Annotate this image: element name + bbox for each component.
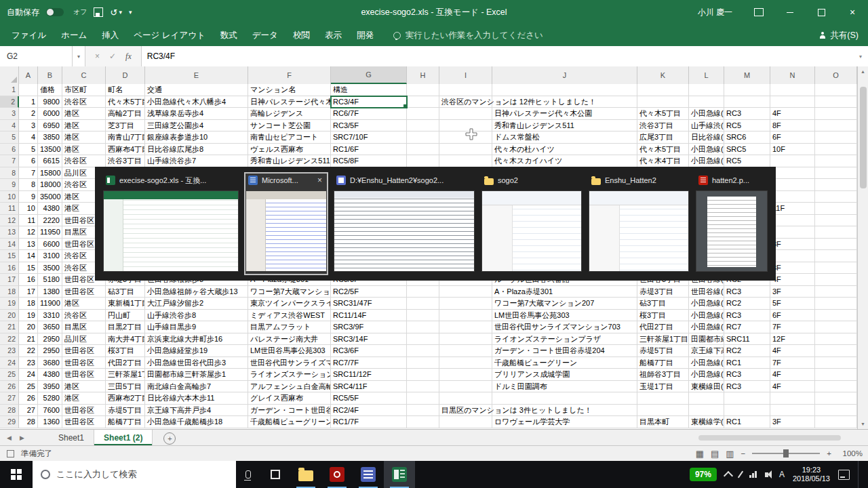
cell-L3[interactable]: 小田急線( <box>689 108 724 120</box>
network-icon[interactable] <box>749 471 757 478</box>
ribbon-tab-5[interactable]: データ <box>245 24 285 46</box>
cell-J4[interactable]: 秀和青山レジデンス511 <box>492 120 637 132</box>
cell-D23[interactable]: 桜3丁目 <box>106 345 145 357</box>
cell-N17[interactable]: 4F <box>770 274 815 286</box>
cell-G28[interactable]: RC2/4F <box>331 405 407 417</box>
cell-B9[interactable]: 18000 <box>38 179 62 191</box>
cell-C21[interactable]: 目黒区 <box>62 321 106 333</box>
cell-L24[interactable]: 小田急線( <box>689 357 724 369</box>
cell-E7[interactable]: 山手線渋谷歩7 <box>145 155 248 167</box>
cell-G18[interactable]: RC2/5F <box>331 286 407 298</box>
cell-J1[interactable] <box>492 84 637 96</box>
cell-O10[interactable] <box>815 191 857 203</box>
cell-N19[interactable]: 5F <box>770 298 815 310</box>
sheet-tab-0[interactable]: Sheet1 <box>49 430 94 445</box>
cell-I4[interactable] <box>439 120 492 132</box>
close-button[interactable]: × <box>837 0 868 24</box>
taskbar-thumbnail-3[interactable]: sogo2 <box>481 174 582 274</box>
cell-A5[interactable]: 4 <box>19 131 38 144</box>
cell-H20[interactable] <box>407 310 439 322</box>
cell-D22[interactable]: 南大井4丁目 <box>106 333 145 346</box>
cell-D3[interactable]: 高輪2丁目 <box>106 108 145 120</box>
cell-L18[interactable]: 世田谷線( <box>689 286 724 298</box>
cell-K27[interactable] <box>637 392 689 405</box>
cell-N7[interactable] <box>770 155 815 167</box>
cell-J26[interactable]: ドルミ田園調布 <box>492 381 637 393</box>
cell-E20[interactable]: 山手線渋谷歩8 <box>145 310 248 322</box>
cell-E27[interactable]: 日比谷線六本木歩11 <box>145 392 248 405</box>
cell-J3[interactable]: 日神パレステージ代々木公園 <box>492 108 637 120</box>
cell-L4[interactable]: 山手線渋( <box>689 120 724 132</box>
cell-K4[interactable]: 渋谷3丁目 <box>637 120 689 132</box>
cell-M7[interactable]: RC5 <box>724 155 770 167</box>
ribbon-tab-3[interactable]: ページ レイアウト <box>126 24 213 46</box>
cell-K3[interactable]: 代々木5丁目 <box>637 108 689 120</box>
zoom-slider-handle[interactable] <box>783 449 789 458</box>
cell-M29[interactable]: RC1 <box>724 416 770 428</box>
cell-L6[interactable]: 小田急線( <box>689 144 724 156</box>
cell-M28[interactable] <box>724 405 770 417</box>
cell-N3[interactable]: 4F <box>770 108 815 120</box>
share-button[interactable]: 共有(S) <box>819 30 859 41</box>
cell-I6[interactable] <box>439 144 492 156</box>
cell-O14[interactable] <box>815 239 857 251</box>
column-header-E[interactable]: E <box>145 66 248 84</box>
row-header-14[interactable]: 14 <box>0 239 19 251</box>
cell-G26[interactable]: SRC4/11F <box>331 381 407 393</box>
cell-M18[interactable]: RC3 <box>724 286 770 298</box>
row-header-5[interactable]: 5 <box>0 131 19 144</box>
normal-view-icon[interactable]: ▦ <box>696 449 704 459</box>
cell-E3[interactable]: 浅草線泉岳寺歩4 <box>145 108 248 120</box>
cell-L26[interactable]: 東横線田( <box>689 381 724 393</box>
cell-K22[interactable]: 三軒茶屋1丁目 <box>637 333 689 346</box>
enter-formula-icon[interactable]: ✓ <box>109 52 116 61</box>
tell-me-box[interactable]: 実行したい作業を入力してください <box>393 30 543 41</box>
cell-O29[interactable] <box>815 416 857 428</box>
cell-H26[interactable] <box>407 381 439 393</box>
cell-C3[interactable]: 港区 <box>62 108 106 120</box>
cell-J18[interactable]: A・Plaza赤堤301 <box>492 286 637 298</box>
sheet-nav-next-icon[interactable]: ▶ <box>20 434 24 441</box>
cell-B19[interactable]: 11900 <box>38 298 62 310</box>
cell-O24[interactable] <box>815 357 857 369</box>
cell-A11[interactable]: 10 <box>19 203 38 215</box>
cell-K29[interactable]: 目黒本町 <box>637 416 689 428</box>
taskbar-excel-button[interactable] <box>384 461 415 488</box>
cell-F28[interactable]: ガーデン・コート世田谷赤堤204 <box>248 405 331 417</box>
cell-N23[interactable]: 4F <box>770 345 815 357</box>
cell-K25[interactable]: 祖師谷3丁目 <box>637 369 689 381</box>
cell-D6[interactable]: 西麻布4丁目 <box>106 144 145 156</box>
row-header-11[interactable]: 11 <box>0 203 19 215</box>
cell-C25[interactable]: 世田谷区 <box>62 369 106 381</box>
cell-E26[interactable]: 南北線白金高輪歩7 <box>145 381 248 393</box>
cell-G6[interactable]: RC1/6F <box>331 144 407 156</box>
cell-D1[interactable]: 町名 <box>106 84 145 96</box>
cell-O15[interactable] <box>815 250 857 262</box>
cell-F25[interactable]: ライオンズステーションプラザ <box>248 369 331 381</box>
cell-L20[interactable]: 小田急線( <box>689 310 724 322</box>
cell-C19[interactable]: 港区 <box>62 298 106 310</box>
cell-O22[interactable] <box>815 333 857 346</box>
cell-O17[interactable] <box>815 274 857 286</box>
row-header-27[interactable]: 27 <box>0 392 19 405</box>
cell-B4[interactable]: 6950 <box>38 120 62 132</box>
cell-J22[interactable]: ライオンズステーションプラザ <box>492 333 637 346</box>
taskbar-thumbnail-0[interactable]: execise-sogo2.xls - 互換... <box>103 174 239 274</box>
cell-A15[interactable]: 14 <box>19 250 38 262</box>
ribbon-tab-1[interactable]: ホーム <box>54 24 94 46</box>
cell-H29[interactable] <box>407 416 439 428</box>
show-desktop-button[interactable] <box>858 461 861 488</box>
cell-F2[interactable]: 日神パレステージ代々木公園 <box>248 96 331 108</box>
row-header-7[interactable]: 7 <box>0 155 19 167</box>
cell-I21[interactable] <box>439 321 492 333</box>
window-preview[interactable] <box>103 190 239 272</box>
cell-N18[interactable]: 3F <box>770 286 815 298</box>
cell-A7[interactable]: 6 <box>19 155 38 167</box>
cell-H25[interactable] <box>407 369 439 381</box>
volume-icon[interactable] <box>765 472 768 477</box>
vertical-scrollbar[interactable]: ▲ ▼ <box>857 66 868 429</box>
column-header-F[interactable]: F <box>248 66 331 84</box>
save-icon[interactable] <box>94 7 103 17</box>
cell-M21[interactable]: RC7 <box>724 321 770 333</box>
cell-I19[interactable] <box>439 298 492 310</box>
